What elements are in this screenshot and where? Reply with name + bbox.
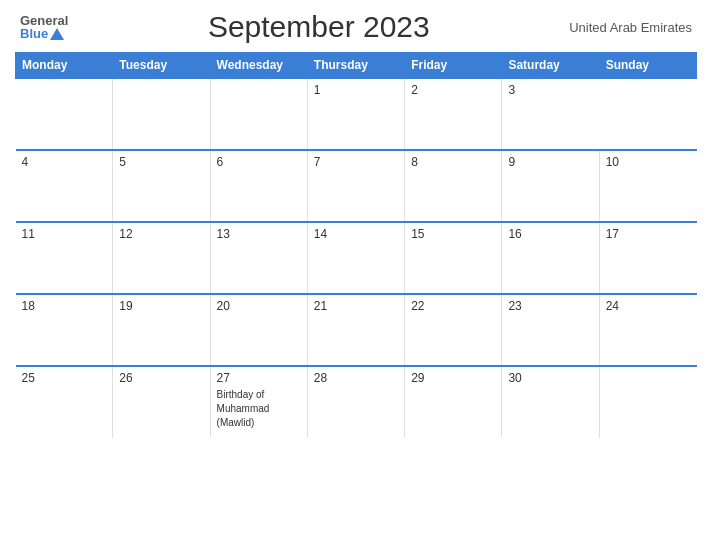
day-number: 12: [119, 227, 203, 241]
day-number: 2: [411, 83, 495, 97]
cell-empty-3: [210, 78, 307, 150]
header-tuesday: Tuesday: [113, 53, 210, 79]
day-number: 28: [314, 371, 398, 385]
cell-sep-24: 24: [599, 294, 696, 366]
cell-sep-8: 8: [405, 150, 502, 222]
cell-sep-26: 26: [113, 366, 210, 438]
cell-sep-12: 12: [113, 222, 210, 294]
cell-sep-20: 20: [210, 294, 307, 366]
cell-sep-18: 18: [16, 294, 113, 366]
cell-sep-9: 9: [502, 150, 599, 222]
cell-sep-6: 6: [210, 150, 307, 222]
day-number: 9: [508, 155, 592, 169]
day-number: 22: [411, 299, 495, 313]
cell-sep-25: 25: [16, 366, 113, 438]
header-saturday: Saturday: [502, 53, 599, 79]
day-number: 17: [606, 227, 691, 241]
cell-empty-end: [599, 366, 696, 438]
cell-sep-14: 14: [307, 222, 404, 294]
day-number: 24: [606, 299, 691, 313]
cell-sep-16: 16: [502, 222, 599, 294]
cell-sep-23: 23: [502, 294, 599, 366]
country-label: United Arab Emirates: [569, 20, 692, 35]
day-number: 3: [508, 83, 593, 97]
header-friday: Friday: [405, 53, 502, 79]
cell-sep-19: 19: [113, 294, 210, 366]
week-row-1: 1 2 3: [16, 78, 697, 150]
cell-sep-11: 11: [16, 222, 113, 294]
week-row-2: 4 5 6 7 8 9 10: [16, 150, 697, 222]
logo: General Blue: [20, 14, 68, 40]
cell-sep-7: 7: [307, 150, 404, 222]
day-number: 30: [508, 371, 592, 385]
logo-triangle-icon: [50, 28, 64, 40]
cell-sep-22: 22: [405, 294, 502, 366]
day-number: 7: [314, 155, 398, 169]
header-sunday: Sunday: [599, 53, 696, 79]
cell-sep-17: 17: [599, 222, 696, 294]
month-title: September 2023: [68, 10, 569, 44]
day-number: 10: [606, 155, 691, 169]
week-row-3: 11 12 13 14 15 16 17: [16, 222, 697, 294]
day-number: 5: [119, 155, 203, 169]
cell-sep-1: 1: [307, 78, 404, 150]
day-number: 6: [217, 155, 301, 169]
day-number: 29: [411, 371, 495, 385]
cell-empty-1: [16, 78, 113, 150]
day-number: 20: [217, 299, 301, 313]
header-monday: Monday: [16, 53, 113, 79]
calendar-header: General Blue September 2023 United Arab …: [15, 10, 697, 44]
event-mawlid: Birthday of Muhammad (Mawlid): [217, 389, 270, 428]
cell-sep-4: 4: [16, 150, 113, 222]
day-headers-row: Monday Tuesday Wednesday Thursday Friday…: [16, 53, 697, 79]
calendar-container: General Blue September 2023 United Arab …: [0, 0, 712, 550]
day-number: 18: [22, 299, 107, 313]
cell-empty-2: [113, 78, 210, 150]
cell-sep-5: 5: [113, 150, 210, 222]
cell-sep-2: 2: [405, 78, 502, 150]
cell-sep-3: 3: [502, 78, 599, 150]
logo-blue-text: Blue: [20, 27, 48, 40]
calendar-table: Monday Tuesday Wednesday Thursday Friday…: [15, 52, 697, 438]
cell-sep-15: 15: [405, 222, 502, 294]
cell-sep-30: 30: [502, 366, 599, 438]
cell-sep-13: 13: [210, 222, 307, 294]
cell-sep-29: 29: [405, 366, 502, 438]
cell-sep-28: 28: [307, 366, 404, 438]
day-number: 27: [217, 371, 301, 385]
day-number: 26: [119, 371, 203, 385]
day-number: 14: [314, 227, 398, 241]
day-number: 8: [411, 155, 495, 169]
day-number: 25: [22, 371, 107, 385]
day-number: 23: [508, 299, 592, 313]
day-number: 15: [411, 227, 495, 241]
day-number: 13: [217, 227, 301, 241]
day-number: 16: [508, 227, 592, 241]
day-number: 1: [314, 83, 398, 97]
cell-sep-21: 21: [307, 294, 404, 366]
header-thursday: Thursday: [307, 53, 404, 79]
day-number: 4: [22, 155, 107, 169]
day-number: 11: [22, 227, 107, 241]
cell-sep-10: 10: [599, 150, 696, 222]
cell-sep-27: 27 Birthday of Muhammad (Mawlid): [210, 366, 307, 438]
week-row-5: 25 26 27 Birthday of Muhammad (Mawlid) 2…: [16, 366, 697, 438]
week-row-4: 18 19 20 21 22 23 24: [16, 294, 697, 366]
header-wednesday: Wednesday: [210, 53, 307, 79]
day-number: 19: [119, 299, 203, 313]
day-number: 21: [314, 299, 398, 313]
